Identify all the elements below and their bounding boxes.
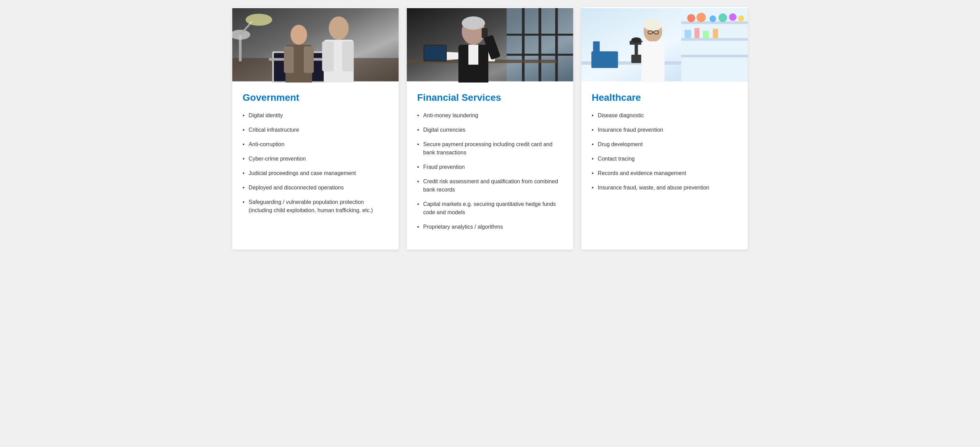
list-item-text: Contact tracing [598,155,737,163]
svg-point-46 [738,16,744,21]
svg-rect-29 [424,46,445,61]
list-item-text: Credit risk assessment and qualification… [423,177,563,194]
svg-point-57 [631,37,641,43]
list-item-text: Insurance fraud prevention [598,126,737,134]
svg-rect-52 [591,51,618,68]
card-financial-services: Financial ServicesAnti-money launderingD… [407,7,573,250]
list-item: Proprietary analytics / algorithms [417,223,563,231]
list-item: Contact tracing [592,155,737,163]
list-item: Digital currencies [417,126,563,134]
financial-services-content: Financial ServicesAnti-money launderingD… [407,83,573,250]
svg-rect-15 [322,41,334,71]
healthcare-list: Disease diagnosticInsurance fraud preven… [592,112,737,192]
government-image [232,7,399,83]
list-item-text: Drug development [598,140,737,148]
svg-rect-49 [703,30,708,38]
svg-point-13 [329,16,349,40]
healthcare-content: HealthcareDisease diagnosticInsurance fr… [581,83,748,211]
svg-point-43 [710,16,716,22]
svg-rect-50 [713,29,718,38]
list-item-text: Secure payment processing including cred… [423,140,563,157]
list-item-text: Digital identity [249,112,388,120]
svg-point-5 [246,14,272,26]
government-list: Digital identityCritical infrastructureA… [243,112,388,215]
list-item-text: Deployed and disconnected operations [249,184,388,192]
list-item: Critical infrastructure [243,126,388,134]
svg-point-31 [462,16,485,30]
svg-point-9 [290,25,307,45]
list-item: Credit risk assessment and qualification… [417,177,563,194]
financial-services-list: Anti-money launderingDigital currenciesS… [417,112,563,231]
healthcare-title: Healthcare [592,92,737,103]
list-item-text: Proprietary analytics / algorithms [423,223,563,231]
svg-point-41 [687,14,695,22]
list-item: Capital markets e.g. securing quantitati… [417,200,563,217]
svg-rect-11 [284,46,294,73]
list-item: Insurance fraud prevention [592,126,737,134]
list-item-text: Anti-money laundering [423,112,563,120]
svg-point-45 [729,13,737,21]
svg-point-59 [644,19,662,30]
list-item: Safeguarding / vulnerable population pro… [243,198,388,215]
list-item-text: Insurance fraud, waste, and abuse preven… [598,184,737,192]
list-item-text: Critical infrastructure [249,126,388,134]
list-item-text: Cyber-crime prevention [249,155,388,163]
list-item-text: Digital currencies [423,126,563,134]
svg-rect-12 [304,46,314,73]
card-healthcare: HealthcareDisease diagnosticInsurance fr… [581,7,748,250]
financial-services-image [407,7,573,83]
healthcare-image [581,7,748,83]
list-item-text: Records and evidence management [598,169,737,177]
list-item: Secure payment processing including cred… [417,140,563,157]
list-item-text: Disease diagnostic [598,112,737,120]
card-government: GovernmentDigital identityCritical infra… [232,7,399,250]
svg-rect-34 [482,28,488,38]
list-item-text: Anti-corruption [249,140,388,148]
financial-services-title: Financial Services [417,92,563,103]
svg-rect-40 [681,55,748,57]
list-item-text: Safeguarding / vulnerable population pro… [249,198,388,215]
svg-point-42 [697,13,706,22]
list-item: Anti-corruption [243,140,388,148]
list-item: Deployed and disconnected operations [243,184,388,192]
list-item: Fraud prevention [417,163,563,171]
government-title: Government [243,92,388,103]
list-item: Judicial proceedings and case management [243,169,388,177]
svg-rect-16 [342,41,353,71]
list-item: Digital identity [243,112,388,120]
list-item: Records and evidence management [592,169,737,177]
svg-rect-60 [641,41,665,83]
list-item: Anti-money laundering [417,112,563,120]
svg-rect-39 [681,38,748,41]
list-item: Disease diagnostic [592,112,737,120]
cards-container: GovernmentDigital identityCritical infra… [232,7,748,250]
svg-rect-47 [684,30,691,38]
svg-rect-48 [694,28,700,38]
svg-rect-33 [468,45,478,65]
government-content: GovernmentDigital identityCritical infra… [232,83,399,233]
list-item-text: Capital markets e.g. securing quantitati… [423,200,563,217]
svg-point-44 [719,13,727,22]
list-item-text: Judicial proceedings and case management [249,169,388,177]
svg-rect-53 [593,41,600,53]
list-item: Cyber-crime prevention [243,155,388,163]
list-item: Drug development [592,140,737,148]
list-item: Insurance fraud, waste, and abuse preven… [592,184,737,192]
list-item-text: Fraud prevention [423,163,563,171]
